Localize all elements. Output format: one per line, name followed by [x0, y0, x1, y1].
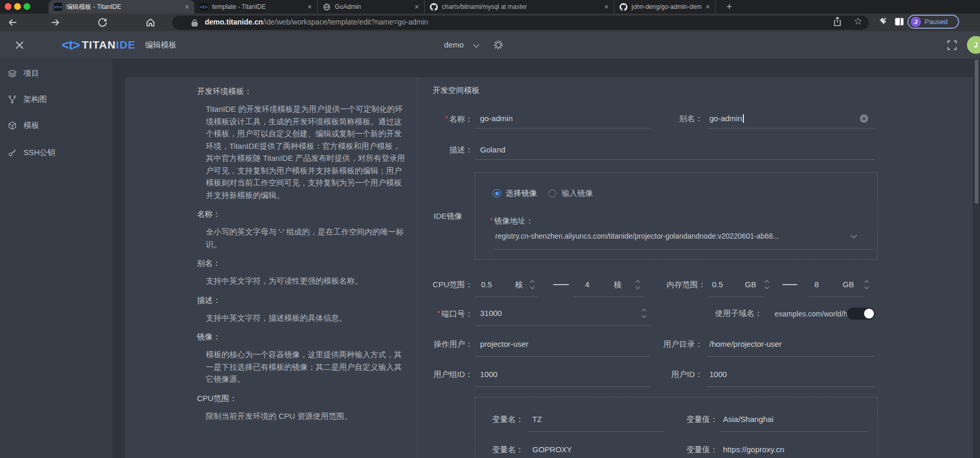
workspace-selector[interactable]: demo [444, 40, 464, 49]
back-icon[interactable] [7, 17, 18, 28]
stepper-control[interactable] [640, 307, 648, 320]
form-section-title: 开发空间模板 [433, 86, 480, 96]
cpu-max-input[interactable]: 4 [585, 279, 589, 290]
subdomain-toggle[interactable] [847, 308, 875, 320]
sidebar-item-label: 项目 [24, 68, 39, 78]
memory-max-input[interactable]: 8 [814, 279, 819, 290]
mac-zoom-button[interactable] [24, 3, 30, 10]
globe-icon [323, 3, 331, 11]
input-underline [475, 356, 650, 357]
env-name-input[interactable]: TZ [532, 414, 542, 425]
input-underline [475, 386, 650, 387]
env-name-input[interactable]: GOPROXY [532, 444, 572, 455]
name-input[interactable]: go-admin [480, 113, 513, 124]
close-icon[interactable] [15, 40, 25, 50]
tab-title: template - TitanIDE [212, 3, 304, 10]
home-icon[interactable] [145, 17, 156, 28]
description-input[interactable]: Goland [480, 145, 505, 155]
sidebar-item-label: 模板 [24, 121, 39, 131]
sidebar-item-label: 架构图 [24, 95, 47, 104]
cpu-min-unit: 核 [515, 279, 523, 290]
radio-input-image[interactable] [549, 190, 556, 197]
clear-icon[interactable]: × [860, 114, 868, 123]
input-underline [475, 297, 538, 297]
env-value-label: 变量值： [653, 444, 718, 455]
tab-close-icon[interactable]: × [308, 3, 312, 10]
env-value-input[interactable]: Asia/Shanghai [723, 414, 774, 425]
operating-user-label: 操作用户： [413, 339, 473, 349]
gear-icon[interactable] [493, 40, 504, 50]
tab-edit-template[interactable]: <t> 编辑模板 - TitanIDE × [49, 0, 194, 14]
stepper-control[interactable] [634, 278, 641, 291]
layers-icon [7, 68, 17, 78]
ide-image-box [475, 172, 878, 260]
app-logo: <t> TITAN IDE 编辑模板 [62, 31, 177, 58]
radio-select-image-label[interactable]: 选择镜像 [506, 188, 537, 198]
chevron-down-icon[interactable] [473, 44, 480, 48]
help-heading: 别名： [197, 259, 406, 268]
mac-minimize-button[interactable] [14, 3, 21, 10]
ide-image-label: IDE镜像 [413, 211, 462, 221]
help-body: 限制当前开发环境的 CPU 资源使用范围。 [206, 410, 406, 422]
help-body: 全小写的英文字母与 '-' 组成的，是在工作空间内的唯一标识。 [206, 226, 406, 250]
tab-goadmin[interactable]: GoAdmin × [317, 0, 424, 14]
memory-max-unit: GB [843, 279, 854, 290]
profile-status: Paused [925, 18, 948, 26]
env-value-input[interactable]: https://goproxy.cn [723, 444, 784, 455]
help-heading: 镜像： [197, 332, 406, 342]
tab-title: 编辑模板 - TitanIDE [66, 3, 181, 11]
sidebar-item-architecture[interactable]: 架构图 [0, 89, 112, 110]
profile-chip[interactable]: J Paused [907, 15, 959, 29]
group-id-input[interactable]: 1000 [480, 369, 497, 380]
mac-close-button[interactable] [5, 3, 11, 10]
forward-icon[interactable] [50, 17, 61, 28]
radio-select-image[interactable] [493, 189, 501, 197]
user-directory-input[interactable]: /home/projector-user [709, 339, 781, 349]
extensions-icon[interactable] [878, 17, 888, 27]
tab-charts-bitnami-mysql[interactable]: charts/bitnami/mysql at master × [424, 0, 614, 14]
fullscreen-icon[interactable] [947, 40, 957, 50]
bookmark-star-icon[interactable]: ☆ [854, 16, 862, 27]
image-address-label: *镜像地址： [490, 215, 533, 226]
sidebar-item-projects[interactable]: 项目 [0, 63, 112, 84]
help-heading: 描述： [197, 296, 406, 306]
tab-close-icon[interactable]: × [415, 3, 419, 10]
input-underline [475, 128, 650, 128]
group-id-label: 用户组ID： [413, 369, 473, 380]
stepper-control[interactable] [863, 278, 870, 291]
help-heading: CPU范围： [197, 394, 406, 404]
stepper-control[interactable] [763, 278, 771, 291]
tab-go-admin-demo[interactable]: john-deng/go-admin-demo × [614, 0, 716, 14]
memory-range-label: 内存范围： [646, 279, 706, 290]
input-underline [528, 431, 664, 432]
tab-template[interactable]: <t> template - TitanIDE × [194, 0, 317, 14]
image-address-select[interactable]: registry.cn-shenzhen.aliyuncs.com/titani… [495, 232, 850, 240]
port-input[interactable]: 31000 [480, 308, 502, 319]
radio-input-image-label[interactable]: 输入镜像 [562, 188, 593, 198]
cpu-min-input[interactable]: 0.5 [481, 279, 492, 290]
stepper-control[interactable] [529, 278, 536, 291]
reload-icon[interactable] [97, 17, 108, 28]
url-text[interactable]: demo.titanide.cn/ide/web/workspace/templ… [205, 18, 428, 26]
url-domain: demo.titanide.cn [205, 18, 263, 26]
memory-min-unit: GB [745, 279, 756, 290]
tab-close-icon[interactable]: × [604, 3, 609, 10]
user-id-input[interactable]: 1000 [709, 369, 727, 380]
sidebar-item-templates[interactable]: 模板 [0, 115, 112, 136]
scrollbar-thumb[interactable] [975, 60, 978, 204]
sidebar-item-ssh-keys[interactable]: SSH公钥 [0, 142, 112, 163]
chevron-down-icon[interactable] [850, 234, 857, 239]
input-underline [809, 297, 864, 297]
alias-input[interactable]: go-admin [709, 113, 744, 124]
tab-close-icon[interactable]: × [706, 3, 710, 10]
sidebar-item-label: SSH公钥 [24, 148, 55, 158]
side-panel-icon[interactable] [894, 17, 904, 27]
share-icon[interactable] [833, 16, 842, 27]
memory-min-input[interactable]: 0.5 [712, 279, 723, 290]
branch-icon [7, 95, 17, 104]
operating-user-input[interactable]: projector-user [480, 339, 529, 349]
tab-close-icon[interactable]: × [185, 3, 189, 10]
browser-tab-bar: <t> 编辑模板 - TitanIDE × <t> template - Tit… [0, 0, 980, 14]
new-tab-button[interactable]: + [723, 1, 736, 13]
screen: <t> 编辑模板 - TitanIDE × <t> template - Tit… [0, 0, 980, 458]
